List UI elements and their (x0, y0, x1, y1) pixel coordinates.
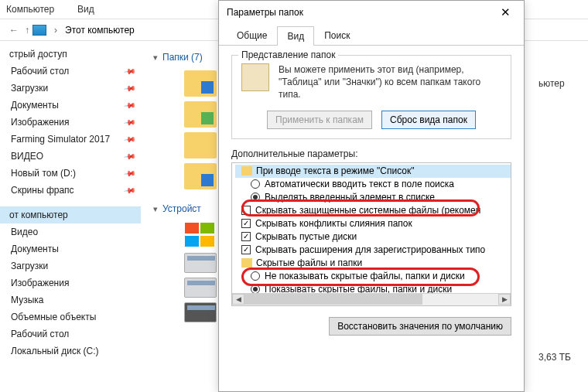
partial-text: ьютер (535, 78, 588, 89)
drive-icon (184, 253, 217, 273)
drive-icon (184, 278, 217, 298)
radio-icon[interactable] (251, 271, 260, 281)
checkbox-icon[interactable] (241, 219, 251, 228)
up-icon[interactable]: ↑ (25, 25, 29, 36)
size-label: 3,63 ТБ (535, 352, 588, 363)
folder-icon (184, 132, 217, 159)
sidebar-downloads[interactable]: Загрузки📌 (0, 80, 141, 97)
dvd-icon (184, 302, 217, 322)
tree-group-typing[interactable]: При вводе текста в режиме "Список" (235, 165, 511, 178)
tab-view[interactable]: Вид (277, 26, 314, 46)
advanced-settings-tree[interactable]: При вводе текста в режиме "Список" Автом… (231, 162, 511, 306)
sidebar-pc-3d[interactable]: Объемные объекты (0, 308, 141, 326)
close-button[interactable]: ✕ (494, 5, 516, 19)
dialog-title: Параметры папок (227, 7, 303, 18)
folder-icon (184, 163, 217, 189)
scroll-thumb[interactable] (244, 294, 422, 305)
sidebar-farming[interactable]: Farming Simulator 2017📌 (0, 131, 141, 148)
chevron-down-icon: ▾ (153, 204, 158, 214)
tab-search[interactable]: Поиск (314, 26, 360, 45)
restore-defaults-button[interactable]: Восстановить значения по умолчанию (329, 317, 511, 336)
tree-opt-dont-show-hidden[interactable]: Не показывать скрытые файлы, папки и дис… (235, 270, 511, 283)
navigation-sidebar: стрый доступ Рабочий стол📌 Загрузки📌 Док… (0, 41, 141, 392)
tree-chk-hide-ext[interactable]: Скрывать расширения для зарегистрированн… (235, 244, 511, 257)
radio-icon[interactable] (251, 179, 260, 189)
checkbox-icon[interactable] (241, 245, 251, 254)
sidebar-pictures[interactable]: Изображения📌 (0, 114, 141, 131)
tree-opt-select-typed[interactable]: Выделять введенный элемент в списке (235, 191, 511, 204)
folder-icon (241, 166, 252, 176)
folder-preview-icon (241, 63, 269, 91)
sidebar-this-pc[interactable]: от компьютер (0, 206, 141, 223)
chevron-down-icon: ▾ (153, 53, 158, 63)
folder-options-dialog: Параметры папок ✕ Общие Вид Поиск Предст… (218, 0, 525, 392)
right-column: ьютер 3,63 ТБ 736 ГБ (535, 41, 588, 392)
apply-to-folders-button[interactable]: Применить к папкам (267, 111, 372, 129)
pin-icon: 📌 (124, 167, 136, 179)
sidebar-volume-d[interactable]: Новый том (D:)📌 (0, 165, 141, 182)
sidebar-pc-music[interactable]: Музыка (0, 291, 141, 308)
checkbox-icon[interactable] (241, 232, 251, 241)
sidebar-fraps[interactable]: Скрины фрапс📌 (0, 182, 141, 199)
pin-icon: 📌 (124, 184, 136, 196)
sidebar-documents[interactable]: Документы📌 (0, 97, 141, 114)
folder-icon (184, 70, 217, 97)
sidebar-desktop[interactable]: Рабочий стол📌 (0, 63, 141, 80)
tree-chk-hide-protected[interactable]: Скрывать защищенные системные файлы (рек… (235, 204, 511, 217)
sidebar-pc-pictures[interactable]: Изображения (0, 274, 141, 291)
sidebar-pc-disk-c[interactable]: Локальный диск (C:) (0, 343, 141, 360)
sidebar-video[interactable]: ВИДЕО📌 (0, 148, 141, 165)
sidebar-pc-desktop[interactable]: Рабочий стол (0, 326, 141, 343)
menu-view[interactable]: Вид (77, 4, 94, 15)
tree-opt-auto-type[interactable]: Автоматически вводить текст в поле поиск… (235, 178, 511, 191)
pin-icon: 📌 (124, 65, 136, 77)
advanced-label: Дополнительные параметры: (231, 148, 511, 159)
tree-group-hidden[interactable]: Скрытые файлы и папки (235, 257, 511, 270)
folder-icon (184, 101, 217, 128)
pin-icon: 📌 (124, 99, 136, 111)
folder-views-group: Представление папок Вы можете применить … (231, 55, 511, 139)
sidebar-pc-documents[interactable]: Документы (0, 240, 141, 257)
checkbox-icon[interactable] (241, 206, 251, 215)
windows-icon (184, 222, 217, 248)
tab-general[interactable]: Общие (227, 26, 277, 45)
scroll-left-icon[interactable]: ◀ (232, 294, 244, 305)
pin-icon: 📌 (124, 150, 136, 162)
folder-icon (241, 258, 252, 268)
chevron-right-icon: › (54, 25, 57, 36)
dialog-tabs: Общие Вид Поиск (219, 26, 524, 46)
menu-computer[interactable]: Компьютер (6, 4, 54, 15)
reset-folders-button[interactable]: Сброс вида папок (381, 111, 476, 129)
back-icon[interactable]: ← (9, 25, 19, 36)
pin-icon: 📌 (124, 116, 136, 128)
sidebar-pc-downloads[interactable]: Загрузки (0, 257, 141, 274)
scroll-right-icon[interactable]: ▶ (498, 294, 511, 305)
computer-icon (32, 25, 46, 36)
quick-access[interactable]: стрый доступ (0, 46, 141, 63)
sidebar-pc-video[interactable]: Видео (0, 223, 141, 240)
pin-icon: 📌 (124, 82, 136, 94)
radio-icon[interactable] (251, 193, 260, 202)
group-description: Вы можете применить этот вид (например, … (241, 63, 501, 101)
horizontal-scrollbar[interactable]: ◀ ▶ (232, 293, 511, 305)
tree-chk-hide-merge[interactable]: Скрывать конфликты слияния папок (235, 217, 511, 230)
breadcrumb[interactable]: Этот компьютер (60, 23, 139, 37)
pin-icon: 📌 (124, 133, 136, 145)
group-legend: Представление папок (238, 49, 338, 60)
tree-chk-hide-empty[interactable]: Скрывать пустые диски (235, 230, 511, 244)
